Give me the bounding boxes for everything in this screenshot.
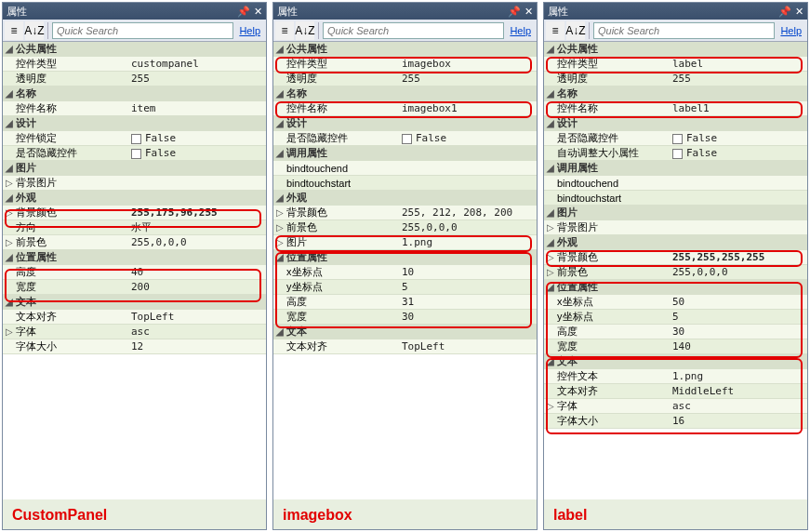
prop-height[interactable]: 高度30 <box>544 325 807 339</box>
pin-icon[interactable]: 📌 <box>508 6 521 18</box>
property-panel-imagebox: 属性 📌 ✕ ≡ A↓Z Help ◢公共属性 控件类型imagebox 透明度… <box>272 2 538 530</box>
help-link[interactable]: Help <box>239 25 260 36</box>
prop-width[interactable]: 宽度140 <box>544 339 807 354</box>
prop-bg-color[interactable]: ▷背景颜色255,255,255,255 <box>544 250 807 265</box>
categorize-icon[interactable]: ≡ <box>275 21 294 40</box>
category-header-public[interactable]: ◢公共属性 <box>544 42 807 57</box>
quick-search-input[interactable] <box>323 22 504 39</box>
category-header-design[interactable]: ◢设计 <box>273 116 537 131</box>
prop-bg-color[interactable]: ▷背景颜色255,175,96,255 <box>3 206 266 220</box>
category-header-public[interactable]: ◢公共属性 <box>3 42 266 57</box>
prop-direction[interactable]: 方向水平 <box>3 220 266 235</box>
prop-bindtouchstart[interactable]: bindtouchstart <box>273 176 537 191</box>
quick-search-input[interactable] <box>593 22 775 39</box>
category-header-name[interactable]: ◢名称 <box>544 86 807 101</box>
checkbox-icon[interactable] <box>672 134 683 144</box>
help-link[interactable]: Help <box>780 25 802 36</box>
prop-text-align[interactable]: 文本对齐TopLeft <box>3 310 266 325</box>
quick-search-input[interactable] <box>52 22 233 39</box>
pin-icon[interactable]: 📌 <box>778 6 791 18</box>
prop-ctrl-name[interactable]: 控件名称item <box>3 101 266 116</box>
close-icon[interactable]: ✕ <box>525 6 533 18</box>
prop-ctrl-type[interactable]: 控件类型custompanel <box>3 57 266 72</box>
prop-hidden[interactable]: 是否隐藏控件False <box>544 131 807 146</box>
category-header-appearance[interactable]: ◢外观 <box>544 235 807 250</box>
panel-title: 属性 <box>277 5 298 19</box>
panel-titlebar: 属性 📌 ✕ <box>3 3 266 20</box>
panel-footer: imagebox <box>273 499 537 529</box>
category-header-picture[interactable]: ◢图片 <box>544 206 807 220</box>
prop-bg-image[interactable]: ▷背景图片 <box>3 176 266 191</box>
checkbox-icon[interactable] <box>131 134 141 144</box>
prop-y[interactable]: y坐标点5 <box>544 310 807 325</box>
prop-opacity[interactable]: 透明度255 <box>273 72 537 86</box>
prop-fg-color[interactable]: ▷前景色255,0,0,0 <box>544 265 807 280</box>
prop-opacity[interactable]: 透明度255 <box>544 72 807 86</box>
category-header-design[interactable]: ◢设计 <box>544 116 807 131</box>
category-header-position[interactable]: ◢位置属性 <box>3 250 266 265</box>
categorize-icon[interactable]: ≡ <box>5 21 23 40</box>
prop-opacity[interactable]: 透明度255 <box>3 72 266 86</box>
prop-height[interactable]: 高度40 <box>3 265 266 280</box>
categorize-icon[interactable]: ≡ <box>546 21 564 40</box>
property-grid: ◢公共属性 控件类型imagebox 透明度255 ◢名称 控件名称imageb… <box>273 42 537 499</box>
category-header-name[interactable]: ◢名称 <box>273 86 537 101</box>
prop-text-align[interactable]: 文本对齐TopLeft <box>273 339 537 354</box>
sort-alpha-icon[interactable]: A↓Z <box>25 21 44 40</box>
category-header-position[interactable]: ◢位置属性 <box>544 280 807 295</box>
property-panel-custompanel: 属性 📌 ✕ ≡ A↓Z Help ◢公共属性 控件类型custompanel … <box>2 2 267 530</box>
prop-autosize[interactable]: 自动调整大小属性False <box>544 146 807 161</box>
prop-hidden[interactable]: 是否隐藏控件False <box>3 146 266 161</box>
prop-text-align[interactable]: 文本对齐MiddleLeft <box>544 384 807 399</box>
prop-font-size[interactable]: 字体大小16 <box>544 414 807 429</box>
category-header-text[interactable]: ◢文本 <box>3 295 266 310</box>
prop-fg-color[interactable]: ▷前景色255,0,0,0 <box>3 235 266 250</box>
category-header-position[interactable]: ◢位置属性 <box>273 250 537 265</box>
prop-ctrl-name[interactable]: 控件名称imagebox1 <box>273 101 537 116</box>
checkbox-icon[interactable] <box>402 134 412 144</box>
prop-ctrl-type[interactable]: 控件类型imagebox <box>273 57 537 72</box>
prop-font-size[interactable]: 字体大小12 <box>3 339 266 354</box>
prop-width[interactable]: 宽度30 <box>273 310 537 325</box>
prop-bindtouchstart[interactable]: bindtouchstart <box>544 191 807 206</box>
category-header-call[interactable]: ◢调用属性 <box>544 161 807 176</box>
panel-toolbar: ≡ A↓Z Help <box>273 20 537 42</box>
prop-ctrl-name[interactable]: 控件名称label1 <box>544 101 807 116</box>
prop-bg-image[interactable]: ▷背景图片 <box>544 220 807 235</box>
prop-ctrl-type[interactable]: 控件类型label <box>544 57 807 72</box>
category-header-public[interactable]: ◢公共属性 <box>273 42 537 57</box>
prop-image[interactable]: ▷图片1.png <box>273 235 537 250</box>
pin-icon[interactable]: 📌 <box>237 6 250 18</box>
prop-x[interactable]: x坐标点50 <box>544 295 807 310</box>
category-header-design[interactable]: ◢设计 <box>3 116 266 131</box>
checkbox-icon[interactable] <box>672 149 683 159</box>
sort-alpha-icon[interactable]: A↓Z <box>296 21 314 40</box>
prop-fg-color[interactable]: ▷前景色255,0,0,0 <box>273 220 537 235</box>
prop-font[interactable]: ▷字体asc <box>3 325 266 339</box>
close-icon[interactable]: ✕ <box>795 6 803 18</box>
prop-ctrl-lock[interactable]: 控件锁定False <box>3 131 266 146</box>
category-header-picture[interactable]: ◢图片 <box>3 161 266 176</box>
checkbox-icon[interactable] <box>131 149 141 159</box>
close-icon[interactable]: ✕ <box>254 6 262 18</box>
prop-bindtouchend[interactable]: bindtouchend <box>544 176 807 191</box>
panel-title: 属性 <box>548 5 568 19</box>
prop-y[interactable]: y坐标点5 <box>273 280 537 295</box>
prop-bindtouchend[interactable]: bindtouchend <box>273 161 537 176</box>
prop-font[interactable]: ▷字体asc <box>544 399 807 414</box>
prop-x[interactable]: x坐标点10 <box>273 265 537 280</box>
category-header-text[interactable]: ◢文本 <box>273 325 537 339</box>
prop-bg-color[interactable]: ▷背景颜色255, 212, 208, 200 <box>273 206 537 220</box>
prop-width[interactable]: 宽度200 <box>3 280 266 295</box>
category-header-appearance[interactable]: ◢外观 <box>273 191 537 206</box>
category-header-text[interactable]: ◢文本 <box>544 354 807 369</box>
panel-footer: CustomPanel <box>3 499 266 529</box>
category-header-call[interactable]: ◢调用属性 <box>273 146 537 161</box>
sort-alpha-icon[interactable]: A↓Z <box>566 21 585 40</box>
prop-ctrl-text[interactable]: 控件文本1.png <box>544 369 807 384</box>
prop-hidden[interactable]: 是否隐藏控件False <box>273 131 537 146</box>
category-header-name[interactable]: ◢名称 <box>3 86 266 101</box>
help-link[interactable]: Help <box>510 25 531 36</box>
category-header-appearance[interactable]: ◢外观 <box>3 191 266 206</box>
prop-height[interactable]: 高度31 <box>273 295 537 310</box>
